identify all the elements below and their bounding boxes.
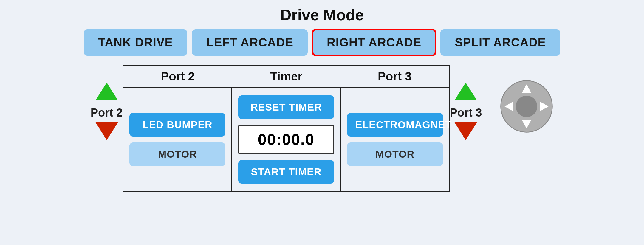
- right-arcade-button[interactable]: RIGHT ARCADE: [312, 29, 436, 56]
- port3-down-arrow[interactable]: [454, 122, 477, 140]
- mode-buttons-row: TANK DRIVE LEFT ARCADE RIGHT ARCADE SPLI…: [84, 29, 561, 56]
- svg-point-1: [516, 96, 537, 117]
- grid-headers: Port 2 Timer Port 3: [123, 66, 449, 87]
- electromagnet-button[interactable]: ELECTROMAGNET: [347, 113, 443, 137]
- control-grid: Port 2 Timer Port 3 LED BUMPER MOTOR RES…: [123, 65, 450, 192]
- led-bumper-button[interactable]: LED BUMPER: [129, 113, 225, 137]
- port3-up-arrow[interactable]: [454, 83, 477, 100]
- port2-column: LED BUMPER MOTOR: [123, 88, 232, 191]
- split-arcade-button[interactable]: SPLIT ARCADE: [440, 29, 560, 56]
- left-arcade-button[interactable]: LEFT ARCADE: [192, 29, 308, 56]
- port3-column-header: Port 3: [340, 66, 449, 87]
- grid-body: LED BUMPER MOTOR RESET TIMER 00:00.0 STA…: [123, 87, 449, 191]
- timer-column-header: Timer: [232, 66, 340, 87]
- port2-column-header: Port 2: [123, 66, 232, 87]
- tank-drive-button[interactable]: TANK DRIVE: [84, 29, 187, 56]
- port2-motor-button[interactable]: MOTOR: [129, 142, 225, 166]
- dpad-container: [500, 80, 553, 133]
- port3-motor-button[interactable]: MOTOR: [347, 142, 443, 166]
- start-timer-button[interactable]: START TIMER: [238, 160, 334, 184]
- port3-controls: Port 3: [450, 83, 482, 140]
- page-title: Drive Mode: [280, 6, 364, 24]
- port3-column: ELECTROMAGNET MOTOR: [341, 88, 449, 191]
- reset-timer-button[interactable]: RESET TIMER: [238, 95, 334, 119]
- port3-label: Port 3: [450, 106, 482, 119]
- dpad[interactable]: [500, 80, 553, 133]
- port2-down-arrow[interactable]: [95, 122, 118, 140]
- port2-label: Port 2: [91, 106, 123, 119]
- port2-controls: Port 2: [91, 83, 123, 140]
- port2-up-arrow[interactable]: [95, 83, 118, 100]
- main-area: Port 2 Port 2 Timer Port 3 LED BUMPER MO…: [0, 65, 644, 192]
- timer-column: RESET TIMER 00:00.0 START TIMER: [232, 88, 341, 191]
- timer-display: 00:00.0: [238, 125, 334, 154]
